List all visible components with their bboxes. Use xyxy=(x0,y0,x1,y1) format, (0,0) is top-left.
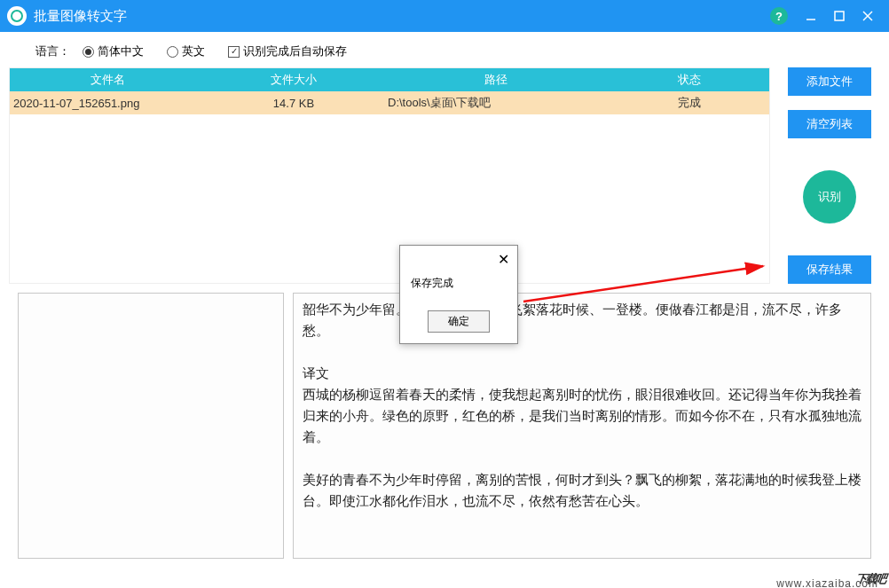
cell-path: D:\tools\桌面\下载吧 xyxy=(382,95,610,111)
radio-zh-label: 简体中文 xyxy=(98,43,144,59)
options-row: 语言： 简体中文 英文 ✓ 识别完成后自动保存 xyxy=(35,39,871,64)
cell-status: 完成 xyxy=(610,95,769,111)
save-dialog: ✕ 保存完成 确定 xyxy=(399,245,518,344)
radio-zh[interactable]: 简体中文 xyxy=(83,43,144,59)
checkbox-icon: ✓ xyxy=(228,46,240,58)
table-body[interactable]: 2020-11-07_152651.png 14.7 KB D:\tools\桌… xyxy=(10,91,769,264)
titlebar: 批量图像转文字 ? xyxy=(0,0,889,32)
side-buttons: 添加文件 清空列表 识别 保存结果 xyxy=(788,67,871,284)
table-header: 文件名 文件大小 路径 状态 xyxy=(10,68,769,91)
svg-rect-1 xyxy=(835,12,844,20)
radio-icon xyxy=(167,46,178,58)
app-icon xyxy=(7,6,27,26)
th-path: 路径 xyxy=(382,72,610,88)
th-status: 状态 xyxy=(610,72,769,88)
help-icon[interactable]: ? xyxy=(770,7,788,25)
dialog-message: 保存完成 xyxy=(400,272,517,303)
close-button[interactable] xyxy=(854,2,882,30)
radio-en-label: 英文 xyxy=(182,43,205,59)
watermark: 下载吧 www.xiazaiba.com xyxy=(856,547,885,588)
minimize-button[interactable] xyxy=(797,2,825,30)
table-row[interactable]: 2020-11-07_152651.png 14.7 KB D:\tools\桌… xyxy=(10,91,769,114)
add-file-button[interactable]: 添加文件 xyxy=(788,67,871,96)
cell-name: 2020-11-07_152651.png xyxy=(10,97,205,110)
dialog-ok-button[interactable]: 确定 xyxy=(428,310,490,333)
maximize-button[interactable] xyxy=(825,2,854,30)
dialog-footer: 确定 xyxy=(400,303,517,343)
autosave-label: 识别完成后自动保存 xyxy=(243,43,347,59)
radio-en[interactable]: 英文 xyxy=(167,43,205,59)
cell-size: 14.7 KB xyxy=(205,97,382,110)
app-title: 批量图像转文字 xyxy=(34,8,770,25)
th-size: 文件大小 xyxy=(205,72,382,88)
watermark-url: www.xiazaiba.com xyxy=(776,577,878,588)
recognize-button[interactable]: 识别 xyxy=(803,170,856,223)
clear-list-button[interactable]: 清空列表 xyxy=(788,110,871,138)
autosave-checkbox[interactable]: ✓ 识别完成后自动保存 xyxy=(228,43,347,59)
dialog-titlebar: ✕ xyxy=(400,246,517,272)
radio-icon xyxy=(83,46,94,58)
th-name: 文件名 xyxy=(10,72,205,88)
language-label: 语言： xyxy=(35,43,70,59)
save-result-button[interactable]: 保存结果 xyxy=(788,255,871,284)
result-text-panel[interactable]: 韶华不为少年留。 飞絮落花时候、一登楼。便做春江都是泪，流不尽，许多愁。 译文 … xyxy=(293,293,871,559)
dialog-close-icon[interactable]: ✕ xyxy=(494,250,512,268)
file-table: 文件名 文件大小 路径 状态 2020-11-07_152651.png 14.… xyxy=(9,67,770,284)
thumbnail-panel[interactable] xyxy=(18,293,284,559)
